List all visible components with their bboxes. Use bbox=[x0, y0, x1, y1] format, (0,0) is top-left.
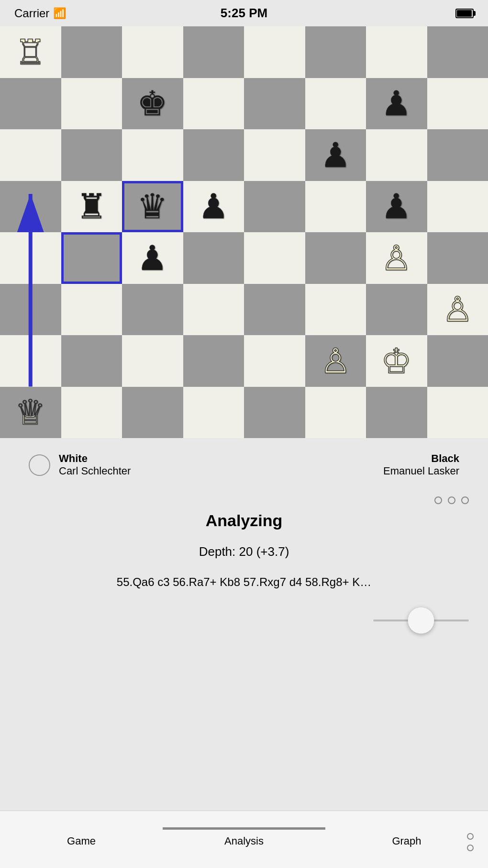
cell-3-5[interactable] bbox=[305, 181, 366, 233]
piece-white-5-7: ♙ bbox=[442, 292, 473, 327]
depth-text: Depth: 20 (+3.7) bbox=[19, 544, 469, 559]
tab-graph-label: Graph bbox=[392, 835, 421, 847]
cell-5-6[interactable] bbox=[366, 284, 427, 336]
tab-graph[interactable]: Graph bbox=[325, 827, 488, 852]
wifi-icon: 📶 bbox=[53, 7, 66, 20]
analysis-section: Analyzing Depth: 20 (+3.7) 55.Qa6 c3 56.… bbox=[0, 487, 488, 620]
cell-1-3[interactable] bbox=[183, 78, 244, 130]
cell-6-6[interactable]: ♔ bbox=[366, 335, 427, 387]
cell-4-6[interactable]: ♙ bbox=[366, 232, 427, 284]
cell-1-4[interactable] bbox=[244, 78, 305, 130]
cell-1-5[interactable] bbox=[305, 78, 366, 130]
cell-1-2[interactable]: ♚ bbox=[122, 78, 183, 130]
cell-3-6[interactable]: ♟ bbox=[366, 181, 427, 233]
cell-3-7[interactable] bbox=[427, 181, 488, 233]
cell-2-6[interactable] bbox=[366, 129, 427, 181]
cell-1-7[interactable] bbox=[427, 78, 488, 130]
cell-2-4[interactable] bbox=[244, 129, 305, 181]
cell-2-5[interactable]: ♟ bbox=[305, 129, 366, 181]
dot-1 bbox=[434, 496, 442, 504]
cell-5-4[interactable] bbox=[244, 284, 305, 336]
cell-2-1[interactable] bbox=[61, 129, 122, 181]
cell-3-4[interactable] bbox=[244, 181, 305, 233]
cell-4-1[interactable] bbox=[61, 232, 122, 284]
cell-7-1[interactable] bbox=[61, 387, 122, 439]
piece-black-3-6: ♟ bbox=[381, 189, 412, 224]
cell-4-5[interactable] bbox=[305, 232, 366, 284]
cell-0-6[interactable] bbox=[366, 26, 427, 78]
cell-0-0[interactable]: ♖ bbox=[0, 26, 61, 78]
tab-game[interactable]: Game bbox=[0, 827, 163, 852]
player-black: Black Emanuel Lasker bbox=[383, 452, 459, 477]
tab-analysis-label: Analysis bbox=[224, 835, 264, 847]
cell-0-4[interactable] bbox=[244, 26, 305, 78]
tab-analysis[interactable]: Analysis bbox=[163, 827, 325, 852]
cell-5-5[interactable] bbox=[305, 284, 366, 336]
piece-black-1-2: ♚ bbox=[137, 86, 168, 121]
cell-6-7[interactable] bbox=[427, 335, 488, 387]
black-color-label: Black bbox=[383, 452, 459, 465]
cell-0-7[interactable] bbox=[427, 26, 488, 78]
cell-7-4[interactable] bbox=[244, 387, 305, 439]
white-player-block: White Carl Schlechter bbox=[59, 452, 131, 477]
cell-6-2[interactable] bbox=[122, 335, 183, 387]
cell-4-2[interactable]: ♟ bbox=[122, 232, 183, 284]
cell-4-7[interactable] bbox=[427, 232, 488, 284]
piece-black-1-6: ♟ bbox=[381, 86, 412, 121]
slider-container bbox=[0, 620, 488, 621]
cell-0-1[interactable] bbox=[61, 26, 122, 78]
cell-6-5[interactable]: ♙ bbox=[305, 335, 366, 387]
piece-white-6-5: ♙ bbox=[320, 344, 351, 378]
cell-6-0[interactable] bbox=[0, 335, 61, 387]
tab-analysis-indicator bbox=[163, 827, 325, 830]
cell-0-5[interactable] bbox=[305, 26, 366, 78]
cell-4-0[interactable] bbox=[0, 232, 61, 284]
carrier-info: Carrier 📶 bbox=[14, 7, 66, 20]
cell-4-3[interactable] bbox=[183, 232, 244, 284]
cell-1-0[interactable] bbox=[0, 78, 61, 130]
cell-1-6[interactable]: ♟ bbox=[366, 78, 427, 130]
cell-5-7[interactable]: ♙ bbox=[427, 284, 488, 336]
cell-7-5[interactable] bbox=[305, 387, 366, 439]
cell-5-0[interactable] bbox=[0, 284, 61, 336]
piece-white-7-0: ♕ bbox=[15, 395, 46, 429]
cell-3-0[interactable] bbox=[0, 181, 61, 233]
cell-2-0[interactable] bbox=[0, 129, 61, 181]
piece-white-6-6: ♔ bbox=[381, 344, 412, 378]
black-player-name: Emanuel Lasker bbox=[383, 465, 459, 477]
cell-2-3[interactable] bbox=[183, 129, 244, 181]
piece-white-4-6: ♙ bbox=[381, 241, 412, 275]
cell-3-2[interactable]: ♛ bbox=[122, 181, 183, 233]
cell-6-1[interactable] bbox=[61, 335, 122, 387]
cell-0-3[interactable] bbox=[183, 26, 244, 78]
white-color-label: White bbox=[59, 452, 131, 465]
cell-6-4[interactable] bbox=[244, 335, 305, 387]
cell-7-0[interactable]: ♕ bbox=[0, 387, 61, 439]
player-info: White Carl Schlechter Black Emanuel Lask… bbox=[0, 438, 488, 487]
cell-2-2[interactable] bbox=[122, 129, 183, 181]
cell-7-7[interactable] bbox=[427, 387, 488, 439]
slider-track[interactable] bbox=[373, 620, 469, 621]
bottom-right-dots bbox=[467, 833, 474, 851]
cell-3-1[interactable]: ♜ bbox=[61, 181, 122, 233]
cell-5-2[interactable] bbox=[122, 284, 183, 336]
cell-5-3[interactable] bbox=[183, 284, 244, 336]
dot-3 bbox=[461, 496, 469, 504]
cell-2-7[interactable] bbox=[427, 129, 488, 181]
cell-7-6[interactable] bbox=[366, 387, 427, 439]
cell-5-1[interactable] bbox=[61, 284, 122, 336]
cell-4-4[interactable] bbox=[244, 232, 305, 284]
slider-thumb[interactable] bbox=[408, 608, 434, 634]
cell-7-2[interactable] bbox=[122, 387, 183, 439]
cell-7-3[interactable] bbox=[183, 387, 244, 439]
piece-black-4-2: ♟ bbox=[137, 241, 168, 275]
cell-0-2[interactable] bbox=[122, 26, 183, 78]
tab-game-indicator bbox=[0, 827, 163, 830]
status-time: 5:25 PM bbox=[221, 6, 267, 21]
cell-3-3[interactable]: ♟ bbox=[183, 181, 244, 233]
moves-text: 55.Qa6 c3 56.Ra7+ Kb8 57.Rxg7 d4 58.Rg8+… bbox=[19, 574, 469, 591]
cell-6-3[interactable] bbox=[183, 335, 244, 387]
piece-black-2-5: ♟ bbox=[320, 138, 351, 172]
cell-1-1[interactable] bbox=[61, 78, 122, 130]
piece-black-3-1: ♜ bbox=[76, 189, 107, 224]
